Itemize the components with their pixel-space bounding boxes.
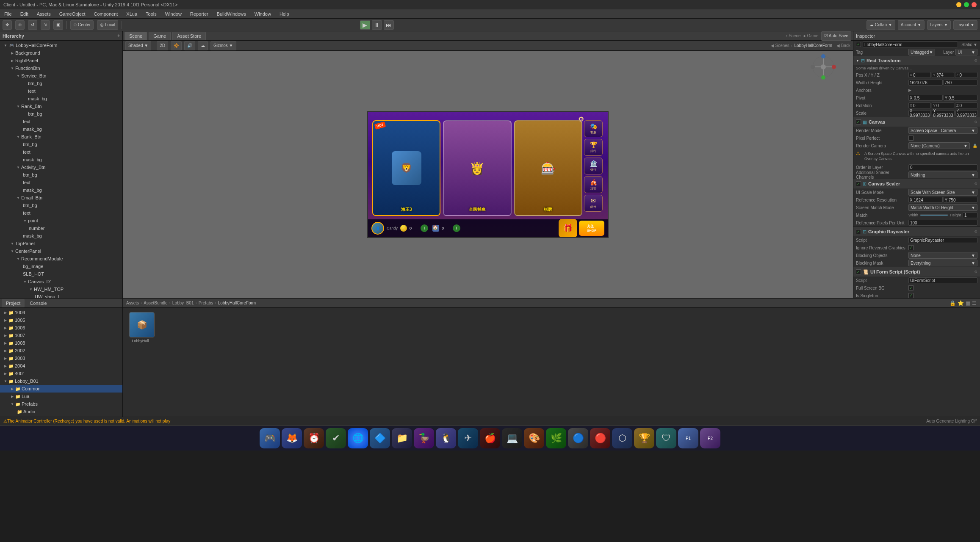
taskbar-unity[interactable]: 🎮 (260, 428, 280, 448)
taskbar-app18[interactable]: 🏆 (634, 428, 654, 448)
hier-item-number[interactable]: number (0, 224, 122, 232)
transform-btn-rotate[interactable]: ↺ (28, 20, 37, 30)
scale-x-field[interactable]: X 0.9973333 (908, 110, 931, 116)
scale-z-field[interactable]: Z 0.9973333 (955, 110, 978, 116)
hier-item-canvas-d1[interactable]: ▼ Canvas_D1 (0, 278, 122, 285)
ignore-reversed-check[interactable] (908, 245, 914, 250)
hier-item-rightpanel[interactable]: ▶ RightPanel (0, 57, 122, 64)
tab-game[interactable]: Game (149, 32, 171, 40)
proj-item-2002[interactable]: ▶ 📁 2002 (0, 347, 122, 354)
taskbar-app19[interactable]: 🛡 (656, 428, 676, 448)
menu-edit[interactable]: Edit (19, 11, 30, 17)
hier-item-recommend[interactable]: ▼ RecommendModule (0, 255, 122, 263)
taskbar-app12[interactable]: 💻 (502, 428, 522, 448)
width-field[interactable]: 1623.076 (908, 80, 943, 86)
transform-btn-hand[interactable]: ✥ (3, 20, 12, 30)
proj-item-4001[interactable]: ▶ 📁 4001 (0, 370, 122, 377)
hier-item-bgimage[interactable]: bg_image (0, 263, 122, 270)
pixel-perfect-check[interactable] (908, 136, 914, 141)
options-toggle[interactable]: ☰ (972, 300, 977, 306)
lock-toggle[interactable]: 🔒 (950, 300, 956, 306)
game-card-3[interactable]: 🎰 棋牌 (514, 120, 582, 216)
breadcrumb-lobby-b01[interactable]: Lobby_B01 (172, 301, 194, 305)
hier-item-activity-text[interactable]: text (0, 179, 122, 186)
menu-buildwindows[interactable]: BuildWindows (215, 11, 248, 17)
ui-form-script-header[interactable]: 📜 UI Form Script (Script) ⚙ (853, 267, 980, 277)
rot-z-field[interactable]: Z0 (955, 102, 977, 108)
pivot-x-field[interactable]: X 0.5 (908, 95, 943, 101)
hier-item-text-2[interactable]: text (0, 118, 122, 125)
fx-btn[interactable]: ☁ (198, 41, 208, 50)
hier-item-hwshoul[interactable]: HW_shou_L (0, 293, 122, 298)
raycaster-settings-icon[interactable]: ⚙ (974, 230, 977, 234)
autosave-btn[interactable]: ☑ Auto Save (821, 31, 851, 41)
taskbar-app14[interactable]: 🌿 (546, 428, 566, 448)
proj-item-comui[interactable]: 📁 ComUI (0, 415, 122, 417)
tab-project[interactable]: Project (2, 299, 25, 307)
hier-item-centerpanel[interactable]: ▼ CenterPanel (0, 247, 122, 255)
order-in-layer-field[interactable]: 0 (908, 164, 977, 170)
canvas-scaler-active-check[interactable] (856, 181, 861, 186)
scale-y-field[interactable]: Y 0.9973333 (932, 110, 954, 116)
is-singleton-check[interactable] (908, 293, 914, 298)
proj-item-lobby-b01[interactable]: ▼ 📁 Lobby_B01 (0, 377, 122, 385)
charge-button[interactable]: 充值SHOP (579, 221, 604, 236)
proj-item-common[interactable]: ▶ 📁 Common (0, 385, 122, 393)
proj-item-1007[interactable]: ▶ 📁 1007 (0, 332, 122, 339)
additional-shader-dropdown[interactable]: Nothing ▼ (908, 171, 977, 178)
add-balance-btn-2[interactable]: + (453, 224, 460, 232)
hier-item-email-btnbg[interactable]: btn_bg (0, 202, 122, 209)
proj-item-2003[interactable]: ▶ 📁 2003 (0, 354, 122, 362)
menu-assets[interactable]: Assets (35, 11, 53, 17)
hier-item-bankbtn[interactable]: ▼ Bank_Btn (0, 133, 122, 141)
back-btn[interactable]: ◀ Back (836, 43, 850, 48)
menu-xlua[interactable]: XLua (125, 11, 139, 17)
audio-btn[interactable]: 🔊 (184, 41, 195, 50)
ref-res-x-field[interactable]: X 1624 (908, 197, 943, 203)
canvas-settings-icon[interactable]: ⚙ (974, 120, 977, 124)
hier-item-btn-bg-1[interactable]: ▶ btn_bg (0, 80, 122, 87)
rot-y-field[interactable]: Y0 (932, 102, 954, 108)
hier-item-slbhot[interactable]: SLB_HOT (0, 270, 122, 278)
scene-canvas[interactable]: 🎭 客服 🏆 排行 🏦 银行 🎪 活动 (123, 51, 853, 298)
taskbar-preview-1[interactable]: P1 (678, 428, 698, 448)
taskbar-app10[interactable]: ✈ (458, 428, 478, 448)
hier-item-email-mask[interactable]: mask_bg (0, 232, 122, 240)
tab-asset-store[interactable]: Asset Store (172, 32, 206, 40)
hier-item-lobby[interactable]: ▼ 🎮 LobbyHallCoreForm (0, 41, 122, 49)
taskbar-files[interactable]: 📁 (392, 428, 412, 448)
shaded-dropdown[interactable]: Shaded ▼ (125, 41, 151, 50)
menu-reporter[interactable]: Reporter (188, 11, 210, 17)
menu-help[interactable]: Help (278, 11, 291, 17)
ref-pixels-field[interactable]: 100 (908, 220, 977, 226)
ui-scale-mode-dropdown[interactable]: Scale With Screen Size ▼ (908, 189, 977, 196)
play-button[interactable]: ▶ (360, 20, 370, 30)
hier-item-functionbtn[interactable]: ▼ FunctionBtn (0, 64, 122, 72)
proj-item-audio[interactable]: 📁 Audio (0, 408, 122, 415)
inspector-content[interactable]: LobbyHallCoreForm Static ▼ Tag Untagged … (853, 41, 980, 298)
match-value-field[interactable]: 1 (963, 212, 977, 218)
canvas-scaler-header[interactable]: ⊞ Canvas Scaler ⚙ (853, 179, 980, 188)
proj-item-prefabs[interactable]: ▼ 📁 Prefabs (0, 400, 122, 408)
taskbar-unity2[interactable]: 🔵 (568, 428, 588, 448)
tab-scene[interactable]: Scene (125, 32, 147, 40)
gift-icon[interactable]: 🎁 (559, 219, 577, 238)
breadcrumb-assetbundle[interactable]: AssetBundle (144, 301, 167, 305)
menu-tools[interactable]: Tools (144, 11, 158, 17)
account-button[interactable]: Account ▼ (898, 20, 925, 30)
raycaster-active-check[interactable] (856, 229, 861, 234)
transform-btn-move[interactable]: ⊕ (15, 20, 25, 30)
step-button[interactable]: ⏭ (384, 20, 394, 30)
menu-component[interactable]: Component (92, 11, 119, 17)
hier-item-email-text[interactable]: text (0, 209, 122, 217)
taskbar-browser[interactable]: 🌐 (348, 428, 368, 448)
close-button[interactable] (972, 2, 977, 7)
pos-x-field[interactable]: X0 (908, 72, 931, 78)
render-camera-dropdown[interactable]: None (Camera) ▼ (908, 142, 970, 149)
match-slider[interactable] (920, 214, 948, 216)
local-btn[interactable]: ◎ Local (97, 20, 118, 30)
hierarchy-add[interactable]: + (117, 33, 120, 38)
right-icon-activity[interactable]: 🎪 活动 (584, 176, 603, 193)
game-card-1[interactable]: HOT 🦁 海王3 (372, 120, 440, 216)
layout-button[interactable]: Layout ▼ (953, 20, 977, 30)
